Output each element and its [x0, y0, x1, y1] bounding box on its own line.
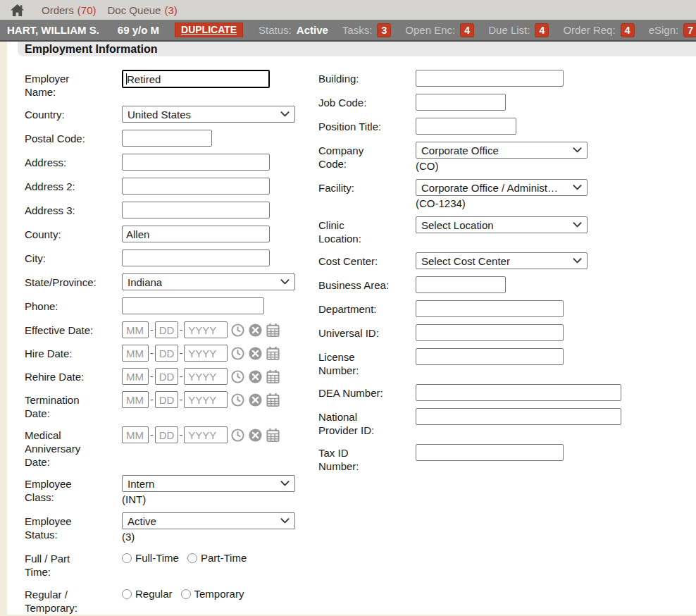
address-label: Address: — [25, 154, 122, 171]
temporary-radio[interactable] — [181, 589, 191, 599]
address3-input[interactable] — [122, 202, 270, 218]
rehire-date-day-input[interactable] — [155, 368, 178, 385]
business-area-input[interactable] — [416, 276, 506, 293]
hire-date-day-input[interactable] — [155, 345, 178, 362]
field-position-title: Position Title: — [318, 118, 696, 135]
position-title-input[interactable] — [416, 118, 516, 135]
state-province-select[interactable]: Indiana — [122, 273, 295, 290]
tasks-count-badge[interactable]: 3 — [377, 23, 391, 37]
rehire-date-group: - - — [122, 368, 310, 385]
medical-anniversary-day-input[interactable] — [155, 426, 178, 443]
clock-icon[interactable] — [230, 428, 245, 443]
calendar-icon[interactable] — [266, 346, 280, 361]
license-number-input[interactable] — [416, 348, 564, 365]
order-req-count-badge[interactable]: 4 — [621, 23, 635, 37]
field-address: Address: — [25, 154, 310, 171]
termination-date-day-input[interactable] — [155, 391, 178, 408]
field-building: Building: — [318, 70, 696, 87]
hire-date-month-input[interactable] — [122, 345, 149, 362]
effective-date-year-input[interactable] — [184, 321, 228, 338]
clock-icon[interactable] — [230, 346, 245, 361]
clear-icon[interactable] — [248, 428, 263, 443]
employer-name-input[interactable] — [122, 70, 270, 88]
national-provider-id-input[interactable] — [416, 408, 621, 425]
due-list-label: Due List: — [488, 24, 530, 36]
address2-label: Address 2: — [25, 178, 122, 195]
effective-date-day-input[interactable] — [155, 321, 178, 338]
company-code-code: (CO) — [416, 160, 696, 172]
regular-radio[interactable] — [122, 589, 132, 599]
employee-class-select[interactable]: Intern — [122, 475, 295, 492]
calendar-icon[interactable] — [266, 369, 280, 384]
employee-status-label: Employee Status: — [25, 512, 122, 543]
calendar-icon[interactable] — [266, 323, 280, 338]
field-address3: Address 3: — [25, 202, 310, 218]
country-select[interactable]: United States — [122, 106, 295, 123]
medical-anniversary-month-input[interactable] — [122, 426, 149, 443]
clear-icon[interactable] — [248, 393, 263, 407]
clock-icon[interactable] — [230, 393, 245, 407]
address2-input[interactable] — [122, 178, 270, 195]
nav-orders-link[interactable]: Orders (70) — [42, 4, 97, 16]
effective-date-label: Effective Date: — [25, 321, 122, 338]
city-input[interactable] — [122, 250, 270, 266]
job-code-label: Job Code: — [318, 94, 416, 111]
tax-id-number-input[interactable] — [416, 444, 564, 461]
termination-date-group: - - — [122, 391, 310, 408]
field-medical-anniversary-date: Medical Anniversary Date: - - — [25, 426, 310, 469]
license-number-label: License Number: — [318, 348, 416, 377]
home-button[interactable] — [10, 4, 25, 17]
full-time-radio[interactable] — [122, 553, 132, 563]
universal-id-input[interactable] — [416, 324, 564, 341]
job-code-input[interactable] — [416, 94, 506, 111]
clear-icon[interactable] — [248, 369, 263, 384]
field-universal-id: Universal ID: — [318, 324, 696, 341]
part-time-radio[interactable] — [187, 553, 197, 563]
form-column-right: Building: Job Code: Position Title: Comp… — [318, 70, 696, 480]
phone-input[interactable] — [122, 297, 264, 314]
building-input[interactable] — [416, 70, 564, 87]
clock-icon[interactable] — [230, 323, 245, 338]
home-icon — [10, 4, 25, 17]
open-enc-count-badge[interactable]: 4 — [460, 23, 474, 37]
field-country: Country: United States — [25, 106, 310, 123]
county-input[interactable] — [122, 226, 270, 242]
rehire-date-month-input[interactable] — [122, 368, 149, 385]
effective-date-month-input[interactable] — [122, 321, 149, 338]
address-input[interactable] — [122, 154, 270, 171]
termination-date-month-input[interactable] — [122, 391, 149, 408]
dea-number-input[interactable] — [416, 384, 621, 401]
cost-center-select[interactable]: Select Cost Center — [416, 252, 588, 269]
field-hire-date: Hire Date: - - — [25, 345, 310, 362]
clinic-location-select[interactable]: Select Location — [416, 216, 588, 233]
order-req-label: Order Req: — [563, 24, 615, 36]
field-address2: Address 2: — [25, 178, 310, 195]
calendar-icon[interactable] — [266, 393, 280, 407]
employee-status-select[interactable]: Active — [122, 512, 295, 529]
termination-date-year-input[interactable] — [184, 391, 228, 408]
form-column-left: Employer Name: Country: United States Po… — [25, 70, 310, 616]
clock-icon[interactable] — [230, 369, 245, 384]
calendar-icon[interactable] — [266, 428, 280, 443]
postal-code-input[interactable] — [122, 130, 212, 147]
company-code-label: Company Code: — [318, 142, 416, 172]
due-list-count-badge[interactable]: 4 — [535, 23, 549, 37]
department-input[interactable] — [416, 300, 564, 317]
rehire-date-year-input[interactable] — [184, 368, 228, 385]
status-label: Status: — [259, 24, 292, 36]
facility-label: Facility: — [318, 179, 416, 209]
medical-anniversary-year-input[interactable] — [184, 426, 228, 443]
employer-name-label: Employer Name: — [25, 70, 122, 99]
clear-icon[interactable] — [248, 323, 263, 338]
esign-count-badge[interactable]: 7 — [683, 23, 696, 37]
clear-icon[interactable] — [248, 346, 263, 361]
hire-date-year-input[interactable] — [184, 345, 228, 362]
field-effective-date: Effective Date: - - — [25, 321, 310, 338]
patient-name: HART, WILLIAM S. — [7, 24, 99, 36]
company-code-select[interactable]: Corporate Office — [416, 142, 588, 159]
facility-select[interactable]: Corporate Office / Administ… — [416, 179, 588, 196]
nav-doc-queue-count: (3) — [164, 4, 177, 16]
duplicate-flag-link[interactable]: DUPLICATE — [175, 23, 243, 37]
nav-doc-queue-link[interactable]: Doc Queue (3) — [108, 4, 178, 16]
dea-number-label: DEA Number: — [318, 384, 416, 401]
